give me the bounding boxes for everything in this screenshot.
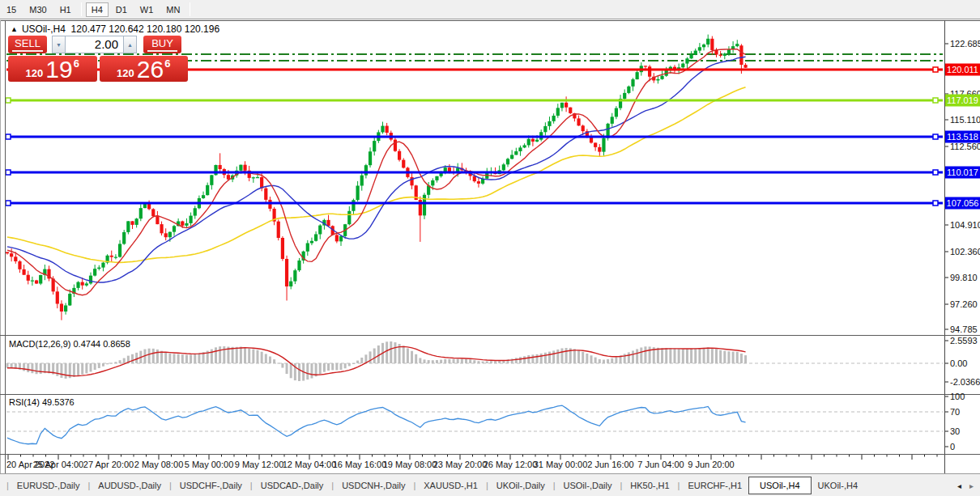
- chart-tab-usdcad-daily[interactable]: USDCAD-,Daily: [254, 478, 330, 493]
- tab-divider: |: [618, 481, 624, 490]
- sell-price-prefix: 120: [26, 67, 44, 79]
- chart-tab-usoil-h4[interactable]: USOil-,H4: [748, 477, 812, 494]
- tab-divider: |: [168, 481, 173, 490]
- axis-tick-label: 104.910: [950, 220, 980, 230]
- timeframe-button-mn[interactable]: MN: [160, 2, 185, 17]
- buy-price-box[interactable]: 120 26 6: [100, 56, 189, 82]
- chart-tab-eurusd-daily[interactable]: EURUSD-,Daily: [11, 478, 87, 493]
- chart-tab-usdcnh-daily[interactable]: USDCNH-,Daily: [335, 478, 411, 493]
- horizontal-level-lines[interactable]: [6, 67, 943, 206]
- time-axis-label: 2 May 08:00: [134, 460, 184, 469]
- time-axis-label: 9 Jun 20:00: [688, 460, 735, 469]
- axis-tick-label: 94.785: [950, 324, 978, 334]
- tab-divider: |: [5, 481, 11, 490]
- volume-increase-button[interactable]: ▲: [123, 36, 137, 53]
- tab-scroll-left-icon[interactable]: ◂: [957, 481, 961, 490]
- timeframe-button-15[interactable]: 15: [1, 2, 22, 17]
- one-click-trading-panel: SELL ▼ 2.00 ▲ BUY 120 19 6 120 26 6: [8, 36, 188, 82]
- axis-tick-label: 0.00: [950, 358, 967, 368]
- axis-tick-label: -2.0366: [950, 377, 980, 387]
- chart-symbol: USOil-,H4: [22, 23, 66, 35]
- rsi-panel-series: [6, 405, 943, 444]
- volume-decrease-button[interactable]: ▼: [52, 36, 66, 53]
- chart-tab-eurchf-h1[interactable]: EURCHF-,H1: [681, 478, 748, 493]
- chart-tab-ukoil-daily[interactable]: UKOil-,Daily: [490, 478, 552, 493]
- volume-input[interactable]: 2.00: [66, 36, 123, 53]
- price-line-label: 113.518: [945, 131, 980, 143]
- time-axis-border: [0, 454, 980, 455]
- axis-tick-label: 102.360: [950, 247, 980, 256]
- chart-tab-bar: |EURUSD-,Daily|AUDUSD-,Daily|USDCHF-,Dai…: [0, 473, 980, 496]
- tab-divider: |: [330, 481, 335, 490]
- macd-separator[interactable]: [0, 335, 980, 336]
- time-axis-label: 31 May 00:00: [534, 460, 588, 469]
- time-axis-label: 23 May 20:00: [433, 460, 488, 469]
- axis-tick-label: 100: [950, 392, 965, 401]
- time-axis-label: 2 Jun 16:00: [587, 460, 634, 469]
- chart-tab-hk50-h1[interactable]: HK50-,H1: [624, 478, 675, 493]
- chart-tab-usdchf-daily[interactable]: USDCHF-,Daily: [173, 478, 249, 493]
- timeframe-button-h1[interactable]: H1: [54, 2, 77, 17]
- tab-scroll-right-icon[interactable]: ▸: [969, 481, 974, 490]
- price-line-label: 120.011: [945, 64, 980, 76]
- chart-tab-ukoil-h4[interactable]: UKOil-,H4: [812, 478, 865, 493]
- tab-divider: |: [552, 481, 557, 490]
- axis-tick-label: 122.685: [950, 39, 980, 49]
- chart-tab-xauusd-h1[interactable]: XAUUSD-,H1: [417, 478, 484, 493]
- timeframe-button-w1[interactable]: W1: [134, 2, 160, 17]
- rsi-separator[interactable]: [0, 394, 980, 395]
- rsi-label: RSI(14) 49.5376: [9, 397, 75, 407]
- buy-button[interactable]: BUY: [143, 36, 181, 53]
- axis-tick-label: 30: [950, 426, 960, 436]
- chart-left-border: [5, 20, 6, 473]
- rsi-value: 49.5376: [42, 397, 75, 407]
- buy-underline: [147, 50, 177, 52]
- tab-divider: |: [484, 481, 490, 490]
- tab-scroll-arrows: ◂▸: [949, 481, 974, 490]
- time-axis-label: 9 May 12:00: [235, 460, 284, 469]
- macd-name: MACD(12,26,9): [9, 339, 70, 349]
- axis-tick-label: 99.810: [950, 273, 978, 282]
- timeframe-toolbar: 15M30H1H4D1W1MN: [0, 0, 980, 19]
- axis-tick-label: 115.110: [950, 115, 980, 125]
- time-axis-label: 12 May 04:00: [283, 460, 337, 469]
- price-line-label: 107.056: [945, 197, 980, 210]
- time-axis-label: 5 May 00:00: [185, 460, 234, 469]
- price-line-label: 110.017: [945, 167, 980, 179]
- axis-tick-label: 70: [950, 407, 960, 417]
- sell-button-label: SELL: [15, 37, 40, 49]
- buy-button-label: BUY: [151, 37, 173, 49]
- toolbar-separator: [81, 2, 82, 16]
- window-left-edge: [0, 20, 1, 473]
- timeframe-button-m30[interactable]: M30: [23, 2, 52, 17]
- time-axis-label: 19 May 08:00: [383, 460, 437, 469]
- time-axis-label: 26 May 12:00: [484, 460, 538, 469]
- axis-tick-label: 0: [950, 442, 955, 451]
- time-axis-label: 16 May 16:00: [333, 460, 387, 469]
- collapse-panel-icon[interactable]: ▲: [11, 25, 18, 33]
- price-line-label: 117.019: [945, 95, 980, 107]
- sell-price-big: 19: [45, 58, 72, 81]
- sell-price-sup: 6: [74, 57, 79, 70]
- sell-underline: [12, 50, 43, 52]
- chart-tab-audusd-daily[interactable]: AUDUSD-,Daily: [92, 478, 168, 493]
- toolbar-separator: [190, 2, 190, 16]
- macd-label: MACD(12,26,9) 0.4744 0.8658: [9, 339, 130, 349]
- tab-divider: |: [86, 481, 92, 490]
- timeframe-button-h4[interactable]: H4: [86, 2, 109, 17]
- sell-button[interactable]: SELL: [8, 36, 47, 53]
- time-axis-label: 25 Apr 04:00: [33, 460, 83, 469]
- mt4-chart-window: 15M30H1H4D1W1MN ▲USOil-,H4 120.477 120.6…: [0, 0, 980, 496]
- macd-panel-series: [6, 341, 944, 381]
- tab-divider: |: [249, 481, 254, 490]
- axis-ticks: [8, 44, 948, 460]
- rsi-name: RSI(14): [9, 397, 40, 407]
- chart-tab-usoil-daily[interactable]: USOil-,Daily: [557, 478, 619, 493]
- timeframe-button-d1[interactable]: D1: [110, 2, 133, 17]
- sell-price-box[interactable]: 120 19 6: [8, 56, 97, 82]
- chart-top-border: [0, 20, 980, 21]
- axis-tick-label: 97.260: [950, 299, 978, 309]
- tab-divider: |: [676, 481, 682, 490]
- macd-values: 0.4744 0.8658: [73, 339, 130, 349]
- buy-price-sup: 6: [164, 57, 170, 70]
